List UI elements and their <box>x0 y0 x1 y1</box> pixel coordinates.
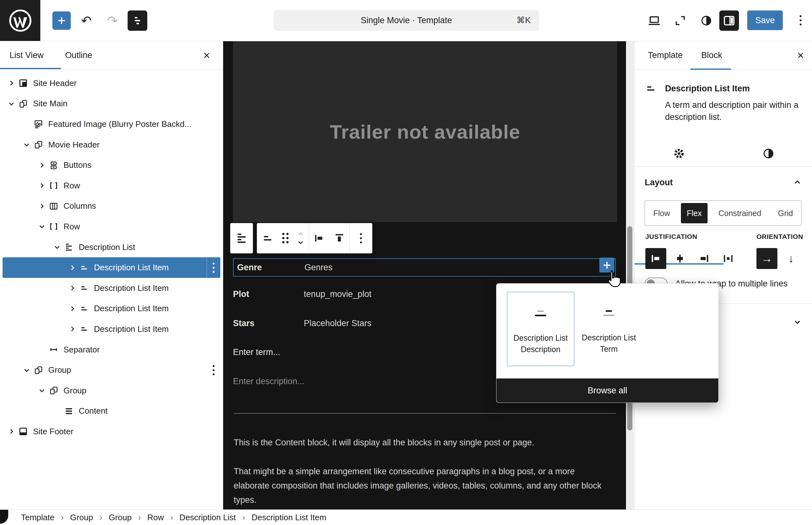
tab-settings[interactable] <box>667 142 691 165</box>
tree-item-buttons[interactable]: Buttons <box>2 155 220 176</box>
tree-item-description-list-item[interactable]: Description List Item <box>2 299 220 319</box>
description-genres[interactable]: Genres <box>305 262 333 272</box>
select-parent-block-button[interactable] <box>230 223 253 253</box>
block-options-button[interactable] <box>207 257 220 278</box>
undo-button[interactable]: ↶ <box>79 14 94 27</box>
tree-item-group[interactable]: Group <box>2 360 220 380</box>
save-button[interactable]: Save <box>747 11 783 30</box>
layout-mode-flow[interactable]: Flow <box>648 203 676 223</box>
expand-chevron-icon[interactable] <box>68 304 77 313</box>
tree-item-row[interactable]: Row <box>2 216 220 237</box>
ellipsis-icon <box>800 15 801 25</box>
tree-item-featured-image[interactable]: Featured Image (Blurry Poster Backd... <box>2 114 220 135</box>
term-plot[interactable]: Plot <box>233 289 304 299</box>
justification-button[interactable] <box>309 223 329 253</box>
justify-right-button[interactable] <box>694 248 714 269</box>
tab-block[interactable]: Block <box>701 41 722 69</box>
description-plot[interactable]: tenup_movie_plot <box>304 289 371 299</box>
tree-item-site-header[interactable]: Site Header <box>2 73 220 94</box>
move-up-button[interactable] <box>293 230 309 238</box>
breadcrumb-group[interactable]: Group <box>108 513 131 523</box>
active-tab-indicator <box>0 68 61 69</box>
tree-item-site-footer[interactable]: Site Footer <box>2 421 220 442</box>
drag-handle[interactable] <box>278 223 293 253</box>
expand-chevron-icon[interactable] <box>38 181 46 190</box>
wordpress-logo[interactable] <box>0 0 40 41</box>
justify-center-button[interactable] <box>669 248 691 269</box>
collapse-chevron-icon[interactable] <box>53 243 62 252</box>
collapse-chevron-icon[interactable] <box>7 99 16 108</box>
block-options-button[interactable] <box>207 360 220 380</box>
options-menu-button[interactable] <box>793 13 808 28</box>
tree-item-description-list-item[interactable]: Description List Item <box>2 319 220 340</box>
term-stars[interactable]: Stars <box>233 318 304 328</box>
orientation-vertical-button[interactable]: ↓ <box>781 248 801 269</box>
list-view-toggle-button[interactable] <box>128 11 147 31</box>
orientation-horizontal-button[interactable]: → <box>756 248 778 269</box>
justification-label: JUSTIFICATION <box>645 233 697 240</box>
tree-item-group[interactable]: Group <box>2 380 220 401</box>
tab-list-view[interactable]: List View <box>10 41 44 69</box>
expand-chevron-icon[interactable] <box>7 427 16 436</box>
breadcrumb-description-list[interactable]: Description List <box>179 513 236 523</box>
expand-chevron-icon[interactable] <box>7 79 16 88</box>
collapse-chevron-icon[interactable] <box>38 222 46 231</box>
layout-mode-flex[interactable]: Flex <box>681 203 707 223</box>
global-styles-button[interactable] <box>696 11 716 31</box>
block-options-button[interactable] <box>350 223 372 253</box>
block-inserter-button[interactable] <box>53 11 71 30</box>
close-sidebar-button[interactable]: × <box>793 48 808 63</box>
zoom-out-view-button[interactable] <box>670 11 690 31</box>
breadcrumb-template[interactable]: Template <box>21 513 55 523</box>
tree-item-site-main[interactable]: Site Main <box>2 94 220 114</box>
chevron-right-icon: › <box>99 512 102 523</box>
tab-styles[interactable] <box>757 142 780 165</box>
separator-block[interactable] <box>234 413 616 414</box>
expand-chevron-icon[interactable] <box>68 325 77 333</box>
justify-left-button[interactable] <box>645 248 666 269</box>
tree-item-movie-header[interactable]: Movie Header <box>2 135 220 155</box>
expand-chevron-icon[interactable] <box>68 284 77 292</box>
description-list-item-icon <box>79 263 89 272</box>
layout-section-header[interactable]: Layout <box>645 175 802 190</box>
expand-chevron-icon[interactable] <box>38 161 46 170</box>
block-option-description-list-description[interactable]: Description List Description <box>507 292 574 366</box>
browse-all-button[interactable]: Browse all <box>497 378 718 403</box>
redo-button[interactable]: ↷ <box>105 14 120 27</box>
vertical-alignment-button[interactable] <box>329 223 350 253</box>
settings-sidebar-toggle-button[interactable] <box>719 11 739 31</box>
block-type-button[interactable] <box>257 223 278 253</box>
justify-space-between-button[interactable] <box>718 248 739 269</box>
block-option-description-list-term[interactable]: Description List Term <box>575 292 643 366</box>
description-stars[interactable]: Placeholder Stars <box>304 318 371 328</box>
tree-item-row[interactable]: Row <box>2 176 220 196</box>
tab-template[interactable]: Template <box>648 41 683 69</box>
breadcrumb-row[interactable]: Row <box>147 513 164 523</box>
tree-item-columns[interactable]: Columns <box>2 196 220 217</box>
tab-outline[interactable]: Outline <box>65 41 92 69</box>
tree-item-description-list[interactable]: Description List <box>2 237 220 258</box>
collapse-chevron-icon[interactable] <box>38 386 46 395</box>
selected-description-list-item[interactable]: Genre Genres <box>233 258 616 276</box>
breadcrumb-group[interactable]: Group <box>70 513 93 523</box>
preview-devices-button[interactable] <box>645 11 664 31</box>
move-down-button[interactable] <box>293 238 309 246</box>
tree-item-content[interactable]: Content <box>2 401 220 422</box>
term-genre[interactable]: Genre <box>237 262 305 272</box>
add-block-button[interactable] <box>599 258 614 272</box>
collapse-chevron-icon[interactable] <box>22 140 31 149</box>
document-title-button[interactable]: Single Movie · Template ⌘K <box>274 10 539 31</box>
layout-mode-constrained[interactable]: Constrained <box>713 203 767 223</box>
tree-item-description-list-item[interactable]: Description List Item <box>2 278 220 299</box>
tree-item-description-list-item-selected[interactable]: Description List Item <box>2 257 220 278</box>
content-paragraph[interactable]: That might be a simple arrangement like … <box>234 464 602 507</box>
close-list-view-button[interactable]: × <box>200 48 214 63</box>
content-paragraph[interactable]: This is the Content block, it will displ… <box>234 436 602 450</box>
group-icon <box>34 365 43 375</box>
layout-mode-grid[interactable]: Grid <box>772 203 799 223</box>
expand-chevron-icon[interactable] <box>68 263 77 272</box>
collapse-chevron-icon[interactable] <box>22 366 31 375</box>
trailer-video-placeholder[interactable]: Trailer not available <box>233 41 617 222</box>
tree-item-separator[interactable]: Separator <box>2 340 220 360</box>
expand-chevron-icon[interactable] <box>38 202 46 211</box>
